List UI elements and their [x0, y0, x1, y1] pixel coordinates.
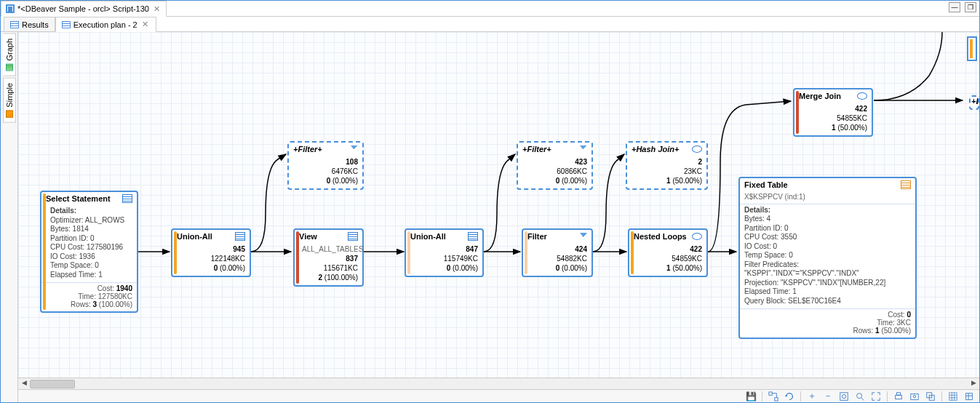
detail-line: Temp Space: 0 [744, 251, 793, 259]
node-title: +Hash Join+ [632, 145, 679, 153]
layers-icon[interactable] [923, 391, 938, 402]
close-icon[interactable]: ✕ [140, 20, 150, 29]
tab-execution-plan[interactable]: Execution plan - 2 ✕ [55, 17, 156, 32]
sidebar-simple-tab[interactable]: Simple [3, 78, 16, 123]
zoom-in-icon[interactable]: ＋ [805, 391, 819, 402]
node-title: Filter [527, 232, 547, 241]
cost-label: Cost: [888, 311, 904, 319]
grid-icon[interactable] [946, 391, 960, 402]
kc-value: 122148KC [211, 255, 245, 263]
pct-value: (0.00%) [220, 264, 245, 272]
sub-value: 0 [556, 177, 560, 185]
close-icon[interactable]: ✕ [152, 4, 162, 14]
kc-value: 54859KC [672, 255, 702, 263]
rows-value: 1 [875, 327, 880, 335]
node-title: Nested Loops [634, 232, 687, 241]
table-icon [348, 232, 358, 241]
scroll-thumb[interactable] [30, 380, 75, 388]
minimize-button[interactable]: — [949, 2, 960, 12]
refresh-nodes-icon[interactable] [766, 391, 781, 402]
node-title: Fixed Table [744, 180, 788, 189]
node-title: +Filter+ [293, 145, 322, 153]
zoom-out-icon[interactable]: － [821, 391, 835, 402]
node-cutoff-top[interactable] [967, 36, 977, 61]
sidebar-graph-label: Graph [5, 39, 14, 61]
save-icon[interactable]: 💾 [744, 391, 758, 402]
accent-bar [174, 231, 177, 274]
node-title: Select Statement [46, 194, 111, 203]
window-controls: — ❐ [949, 2, 976, 12]
filter-icon [580, 145, 587, 153]
svg-rect-8 [896, 392, 900, 395]
node-view[interactable]: View ALL_ALL_TABLES 837 115671KC 2 (100.… [293, 228, 364, 287]
kc-value: 54855KC [837, 114, 867, 122]
detail-line: Bytes: 4 [744, 215, 770, 223]
rows-value: 423 [575, 158, 587, 166]
zoom-fit-icon[interactable] [837, 391, 851, 402]
tab-results[interactable]: Results [4, 17, 55, 31]
accent-bar [525, 231, 527, 274]
script-tab[interactable]: *<DBeaver Sample - orcl> Script-130 ✕ [1, 1, 167, 17]
expand-icon[interactable] [869, 391, 883, 402]
node-union-all-1[interactable]: Union-All 945 122148KC 0 (0.00%) [171, 228, 251, 277]
screenshot-icon[interactable] [907, 391, 922, 402]
detail-line: Bytes: 1814 [50, 225, 89, 233]
refresh-icon[interactable] [782, 391, 797, 402]
time-value: Time: 3KC [877, 319, 911, 327]
scroll-left-button[interactable]: ◀ [18, 379, 30, 389]
maximize-button[interactable]: ❐ [965, 2, 976, 12]
sidebar-graph-tab[interactable]: Graph [3, 33, 16, 76]
node-filter-collapsed-2[interactable]: +Filter+ 423 60866KC 0 (0.00%) [517, 141, 593, 190]
node-union-all-2[interactable]: Union-All 847 115749KC 0 (0.00%) [405, 228, 484, 277]
settings-icon[interactable] [962, 391, 976, 402]
svg-point-5 [842, 394, 845, 398]
node-fixed-table[interactable]: Fixed Table X$KSPPCV (ind:1) Details: By… [738, 177, 917, 339]
detail-line: Elapsed Time: 1 [744, 287, 797, 295]
tab-plan-label: Execution plan - 2 [73, 20, 138, 29]
svg-rect-13 [966, 393, 973, 399]
node-filter[interactable]: Filter 424 54882KC 0 (0.00%) [522, 228, 593, 277]
detail-line: Partition ID: 0 [50, 234, 95, 242]
scrollbar-horizontal[interactable]: ◀ ▶ [18, 378, 979, 389]
script-icon [6, 4, 15, 13]
node-title: View [299, 232, 317, 241]
sub-value: 0 [447, 264, 451, 272]
scroll-track[interactable] [30, 379, 968, 389]
print-icon[interactable] [891, 391, 906, 402]
tab-results-label: Results [22, 20, 49, 29]
rows-value: 422 [690, 245, 702, 253]
plan-toolbar: 💾 ＋ － [18, 389, 979, 402]
node-title: +Filter+ [522, 145, 551, 153]
svg-marker-3 [785, 394, 788, 396]
rows-value: 422 [855, 105, 867, 113]
rows-value: 3 [93, 300, 97, 308]
node-hash-join-collapsed[interactable]: +Hash Join+ 2 23KC 1 (50.00%) [626, 141, 708, 190]
execution-plan-canvas[interactable]: Select Statement Details: Optimizer: ALL… [18, 32, 979, 378]
table-icon [901, 180, 911, 189]
node-title: Union-All [177, 232, 212, 241]
cost-value: 1940 [116, 284, 132, 292]
node-subtitle: X$KSPPCV (ind:1) [744, 193, 805, 201]
svg-point-10 [913, 395, 916, 398]
kc-value: 23KC [684, 167, 702, 175]
node-cutoff-right[interactable]: +E [969, 95, 979, 110]
node-select-statement[interactable]: Select Statement Details: Optimizer: ALL… [40, 191, 138, 313]
zoom-100-icon[interactable] [853, 391, 867, 402]
svg-rect-9 [911, 394, 919, 399]
pct-value: (0.00%) [562, 177, 587, 185]
cutoff-label: +E [971, 97, 979, 105]
node-nested-loops[interactable]: Nested Loops 422 54859KC 1 (50.00%) [628, 228, 708, 277]
accent-bar [296, 231, 299, 284]
table-icon [62, 21, 71, 28]
accent-bar [407, 231, 410, 274]
accent-bar [796, 91, 799, 134]
detail-line: Query Block: SEL$E70C16E4 [744, 297, 841, 305]
scroll-right-button[interactable]: ▶ [968, 379, 979, 389]
node-merge-join[interactable]: Merge Join 422 54855KC 1 (50.00%) [793, 88, 873, 137]
svg-rect-1 [769, 391, 772, 394]
svg-rect-2 [775, 397, 778, 400]
eye-icon [857, 92, 867, 100]
eye-icon [692, 233, 702, 240]
rows-value: 837 [346, 255, 358, 263]
node-filter-collapsed-1[interactable]: +Filter+ 108 6476KC 0 (0.00%) [287, 141, 364, 190]
